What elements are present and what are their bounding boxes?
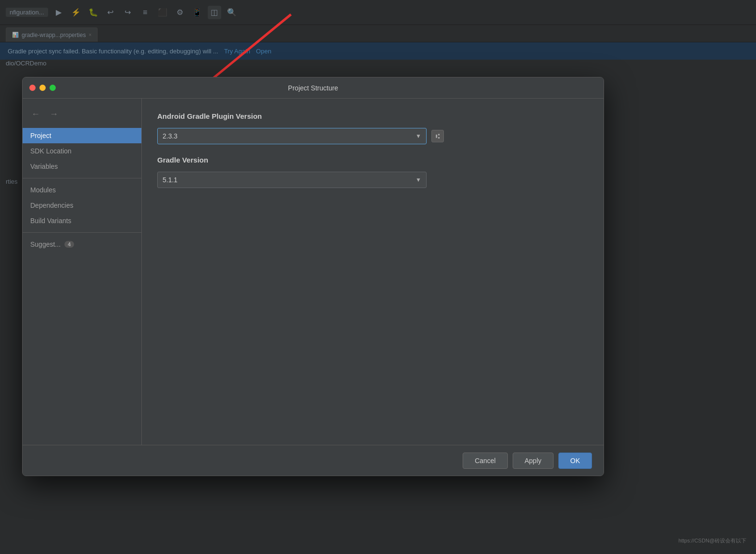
sidebar-divider-2 (23, 232, 141, 233)
gradle-version-dropdown[interactable]: 5.1.1 ▼ (157, 172, 427, 188)
plugin-version-link-icon[interactable]: ⑆ (431, 130, 444, 142)
apply-button[interactable]: Apply (513, 453, 554, 469)
dialog-footer: Cancel Apply OK (23, 445, 604, 476)
nav-controls: ← → (23, 104, 141, 128)
dialog-titlebar: Project Structure (23, 77, 604, 99)
plugin-version-arrow-icon: ▼ (416, 133, 421, 139)
plugin-version-wrapper: 2.3.3 ▼ ⑆ (157, 128, 588, 144)
gradle-version-value: 5.1.1 (163, 176, 177, 184)
plugin-version-dropdown[interactable]: 2.3.3 ▼ (157, 128, 427, 144)
dialog-sidebar: ← → Project SDK Location Variables Modul… (23, 99, 142, 445)
gradle-version-group: Gradle Version 5.1.1 ▼ (157, 156, 588, 188)
close-window-button[interactable] (29, 85, 36, 91)
sidebar-item-sdk-location[interactable]: SDK Location (23, 143, 141, 159)
dialog-title: Project Structure (288, 84, 338, 92)
nav-back-button[interactable]: ← (28, 108, 43, 120)
project-structure-dialog: Project Structure ← → Project SDK Locati… (22, 77, 604, 476)
plugin-version-title: Android Gradle Plugin Version (157, 112, 588, 120)
gradle-version-title: Gradle Version (157, 156, 588, 164)
minimize-window-button[interactable] (39, 85, 46, 91)
sidebar-item-dependencies[interactable]: Dependencies (23, 198, 141, 213)
cancel-button[interactable]: Cancel (463, 453, 508, 469)
sidebar-top-section: Project SDK Location Variables (23, 128, 141, 174)
sidebar-item-modules[interactable]: Modules (23, 182, 141, 198)
gradle-version-wrapper: 5.1.1 ▼ (157, 172, 588, 188)
plugin-version-group: Android Gradle Plugin Version 2.3.3 ▼ ⑆ (157, 112, 588, 144)
sidebar-bottom-section: Modules Dependencies Build Variants (23, 182, 141, 228)
plugin-version-value: 2.3.3 (163, 132, 177, 140)
gradle-version-arrow-icon: ▼ (416, 176, 421, 183)
sidebar-divider (23, 178, 141, 178)
ok-button[interactable]: OK (558, 453, 592, 469)
sidebar-item-project[interactable]: Project (23, 128, 141, 143)
watermark: https://CSDN@砖设会有以下 (679, 537, 746, 544)
suggestions-badge: 4 (64, 241, 74, 248)
sidebar-item-suggestions[interactable]: Suggest... 4 (23, 237, 141, 252)
maximize-window-button[interactable] (50, 85, 56, 91)
window-controls (29, 85, 56, 91)
dialog-body: ← → Project SDK Location Variables Modul… (23, 99, 604, 445)
dialog-main-content: Android Gradle Plugin Version 2.3.3 ▼ ⑆ … (142, 99, 604, 445)
sidebar-item-variables[interactable]: Variables (23, 159, 141, 174)
sidebar-item-build-variants[interactable]: Build Variants (23, 213, 141, 228)
nav-forward-button[interactable]: → (47, 108, 61, 120)
